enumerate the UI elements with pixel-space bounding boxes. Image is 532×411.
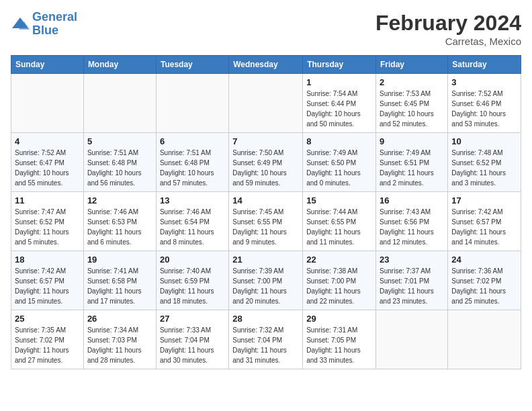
- day-number: 21: [232, 255, 299, 265]
- calendar-cell: 12Sunrise: 7:46 AMSunset: 6:53 PMDayligh…: [83, 192, 156, 251]
- calendar-cell: 16Sunrise: 7:43 AMSunset: 6:56 PMDayligh…: [376, 192, 448, 251]
- calendar-cell: 23Sunrise: 7:37 AMSunset: 7:01 PMDayligh…: [376, 251, 448, 310]
- calendar-cell: 18Sunrise: 7:42 AMSunset: 6:57 PMDayligh…: [11, 251, 84, 310]
- day-number: 25: [15, 314, 80, 324]
- calendar-cell: 15Sunrise: 7:44 AMSunset: 6:55 PMDayligh…: [303, 192, 376, 251]
- day-info: Sunrise: 7:32 AMSunset: 7:04 PMDaylight:…: [232, 325, 299, 365]
- day-number: 22: [306, 255, 372, 265]
- day-number: 8: [306, 136, 372, 146]
- calendar-cell: [229, 74, 303, 133]
- day-info: Sunrise: 7:46 AMSunset: 6:53 PMDaylight:…: [87, 207, 152, 247]
- calendar-cell: [448, 310, 521, 369]
- day-number: 10: [451, 136, 517, 146]
- calendar-cell: 2Sunrise: 7:53 AMSunset: 6:45 PMDaylight…: [376, 74, 448, 133]
- day-info: Sunrise: 7:47 AMSunset: 6:52 PMDaylight:…: [15, 207, 80, 247]
- calendar-cell: 11Sunrise: 7:47 AMSunset: 6:52 PMDayligh…: [11, 192, 84, 251]
- day-info: Sunrise: 7:49 AMSunset: 6:51 PMDaylight:…: [380, 148, 444, 188]
- calendar-cell: 25Sunrise: 7:35 AMSunset: 7:02 PMDayligh…: [11, 310, 84, 369]
- calendar-table: SundayMondayTuesdayWednesdayThursdayFrid…: [11, 55, 521, 369]
- calendar-cell: 21Sunrise: 7:39 AMSunset: 7:00 PMDayligh…: [229, 251, 303, 310]
- day-info: Sunrise: 7:45 AMSunset: 6:55 PMDaylight:…: [232, 207, 299, 247]
- day-info: Sunrise: 7:49 AMSunset: 6:50 PMDaylight:…: [306, 148, 372, 188]
- calendar-cell: 26Sunrise: 7:34 AMSunset: 7:03 PMDayligh…: [83, 310, 156, 369]
- day-info: Sunrise: 7:43 AMSunset: 6:56 PMDaylight:…: [380, 207, 444, 247]
- day-info: Sunrise: 7:51 AMSunset: 6:48 PMDaylight:…: [160, 148, 225, 188]
- day-info: Sunrise: 7:39 AMSunset: 7:00 PMDaylight:…: [232, 266, 299, 306]
- day-info: Sunrise: 7:33 AMSunset: 7:04 PMDaylight:…: [160, 325, 225, 365]
- weekday-thursday: Thursday: [303, 56, 376, 74]
- calendar-cell: [11, 74, 84, 133]
- calendar-cell: 20Sunrise: 7:40 AMSunset: 6:59 PMDayligh…: [156, 251, 228, 310]
- logo-icon: [11, 15, 30, 34]
- day-info: Sunrise: 7:31 AMSunset: 7:05 PMDaylight:…: [306, 325, 372, 365]
- calendar-cell: 9Sunrise: 7:49 AMSunset: 6:51 PMDaylight…: [376, 133, 448, 192]
- logo-blue: Blue: [32, 24, 58, 37]
- day-info: Sunrise: 7:34 AMSunset: 7:03 PMDaylight:…: [87, 325, 152, 365]
- calendar-week-3: 11Sunrise: 7:47 AMSunset: 6:52 PMDayligh…: [11, 192, 521, 251]
- title-block: February 2024 Carretas, Mexico: [375, 11, 521, 47]
- calendar-week-2: 4Sunrise: 7:52 AMSunset: 6:47 PMDaylight…: [11, 133, 521, 192]
- day-info: Sunrise: 7:44 AMSunset: 6:55 PMDaylight:…: [306, 207, 372, 247]
- day-number: 12: [87, 195, 152, 205]
- day-number: 9: [380, 136, 444, 146]
- calendar-cell: 22Sunrise: 7:38 AMSunset: 7:00 PMDayligh…: [303, 251, 376, 310]
- day-number: 13: [160, 195, 225, 205]
- calendar-cell: 28Sunrise: 7:32 AMSunset: 7:04 PMDayligh…: [229, 310, 303, 369]
- day-info: Sunrise: 7:54 AMSunset: 6:44 PMDaylight:…: [306, 89, 372, 129]
- logo-text: General Blue: [32, 11, 77, 38]
- day-info: Sunrise: 7:46 AMSunset: 6:54 PMDaylight:…: [160, 207, 225, 247]
- calendar-cell: 13Sunrise: 7:46 AMSunset: 6:54 PMDayligh…: [156, 192, 228, 251]
- calendar-cell: [83, 74, 156, 133]
- day-number: 3: [451, 77, 517, 87]
- day-info: Sunrise: 7:48 AMSunset: 6:52 PMDaylight:…: [451, 148, 517, 188]
- day-number: 27: [160, 314, 225, 324]
- page-header: General Blue February 2024 Carretas, Mex…: [11, 11, 521, 47]
- calendar-subtitle: Carretas, Mexico: [375, 36, 521, 47]
- calendar-cell: 10Sunrise: 7:48 AMSunset: 6:52 PMDayligh…: [448, 133, 521, 192]
- day-info: Sunrise: 7:42 AMSunset: 6:57 PMDaylight:…: [15, 266, 80, 306]
- day-info: Sunrise: 7:51 AMSunset: 6:48 PMDaylight:…: [87, 148, 152, 188]
- calendar-cell: [156, 74, 228, 133]
- day-number: 14: [232, 195, 299, 205]
- day-info: Sunrise: 7:40 AMSunset: 6:59 PMDaylight:…: [160, 266, 225, 306]
- calendar-cell: 29Sunrise: 7:31 AMSunset: 7:05 PMDayligh…: [303, 310, 376, 369]
- day-info: Sunrise: 7:38 AMSunset: 7:00 PMDaylight:…: [306, 266, 372, 306]
- calendar-week-4: 18Sunrise: 7:42 AMSunset: 6:57 PMDayligh…: [11, 251, 521, 310]
- day-number: 18: [15, 255, 80, 265]
- day-number: 6: [160, 136, 225, 146]
- calendar-cell: 27Sunrise: 7:33 AMSunset: 7:04 PMDayligh…: [156, 310, 228, 369]
- day-info: Sunrise: 7:37 AMSunset: 7:01 PMDaylight:…: [380, 266, 444, 306]
- calendar-cell: 8Sunrise: 7:49 AMSunset: 6:50 PMDaylight…: [303, 133, 376, 192]
- day-info: Sunrise: 7:53 AMSunset: 6:45 PMDaylight:…: [380, 89, 444, 129]
- weekday-header-row: SundayMondayTuesdayWednesdayThursdayFrid…: [11, 56, 521, 74]
- weekday-wednesday: Wednesday: [229, 56, 303, 74]
- calendar-title: February 2024: [375, 11, 521, 36]
- weekday-tuesday: Tuesday: [156, 56, 228, 74]
- day-number: 4: [15, 136, 80, 146]
- calendar-cell: 14Sunrise: 7:45 AMSunset: 6:55 PMDayligh…: [229, 192, 303, 251]
- day-info: Sunrise: 7:52 AMSunset: 6:46 PMDaylight:…: [451, 89, 517, 129]
- weekday-friday: Friday: [376, 56, 448, 74]
- calendar-cell: 3Sunrise: 7:52 AMSunset: 6:46 PMDaylight…: [448, 74, 521, 133]
- calendar-cell: 24Sunrise: 7:36 AMSunset: 7:02 PMDayligh…: [448, 251, 521, 310]
- day-info: Sunrise: 7:35 AMSunset: 7:02 PMDaylight:…: [15, 325, 80, 365]
- logo-general: General: [32, 10, 77, 24]
- calendar-week-5: 25Sunrise: 7:35 AMSunset: 7:02 PMDayligh…: [11, 310, 521, 369]
- day-info: Sunrise: 7:42 AMSunset: 6:57 PMDaylight:…: [451, 207, 517, 247]
- day-number: 26: [87, 314, 152, 324]
- calendar-cell: 1Sunrise: 7:54 AMSunset: 6:44 PMDaylight…: [303, 74, 376, 133]
- day-number: 24: [451, 255, 517, 265]
- day-info: Sunrise: 7:41 AMSunset: 6:58 PMDaylight:…: [87, 266, 152, 306]
- calendar-cell: 5Sunrise: 7:51 AMSunset: 6:48 PMDaylight…: [83, 133, 156, 192]
- calendar-body: 1Sunrise: 7:54 AMSunset: 6:44 PMDaylight…: [11, 74, 521, 369]
- day-number: 17: [451, 195, 517, 205]
- weekday-saturday: Saturday: [448, 56, 521, 74]
- logo: General Blue: [11, 11, 77, 38]
- calendar-cell: 4Sunrise: 7:52 AMSunset: 6:47 PMDaylight…: [11, 133, 84, 192]
- calendar-week-1: 1Sunrise: 7:54 AMSunset: 6:44 PMDaylight…: [11, 74, 521, 133]
- day-info: Sunrise: 7:52 AMSunset: 6:47 PMDaylight:…: [15, 148, 80, 188]
- calendar-cell: 7Sunrise: 7:50 AMSunset: 6:49 PMDaylight…: [229, 133, 303, 192]
- weekday-monday: Monday: [83, 56, 156, 74]
- day-info: Sunrise: 7:36 AMSunset: 7:02 PMDaylight:…: [451, 266, 517, 306]
- day-number: 28: [232, 314, 299, 324]
